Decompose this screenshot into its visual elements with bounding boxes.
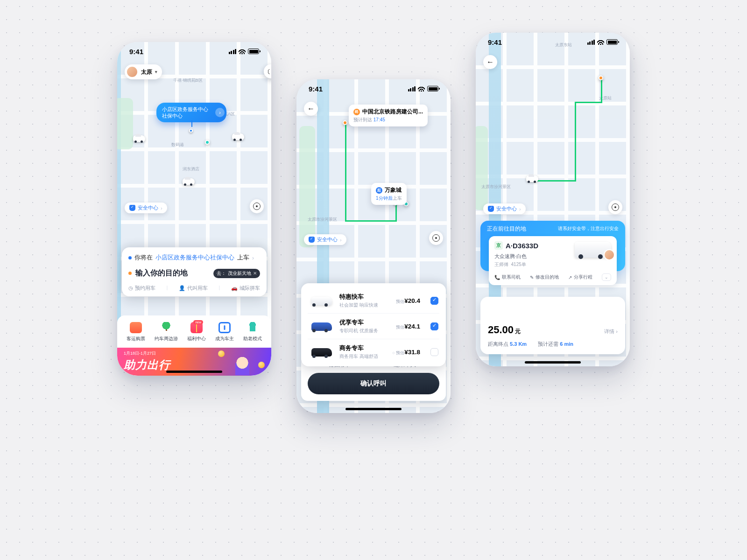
checkbox[interactable] [430,297,438,305]
pickup-prefix: 你将在 [134,254,153,262]
city-selector[interactable]: 太原 ▾ [125,64,162,79]
car-option-name: 优享专车 [339,318,378,327]
dest-dot-icon [128,272,132,275]
origin-callout[interactable]: 起万象城 1分钟后上车 [371,183,407,205]
map-car-marker [232,133,244,140]
action-more[interactable]: ⌄ [602,273,611,281]
plate-province: 京 [494,241,503,250]
origin-dot-icon [128,256,132,259]
trip-status-hint: 请系好安全带，注意出行安全 [558,225,619,232]
chevron-right-icon: › [161,205,162,211]
avatar[interactable] [126,66,138,78]
destination-placeholder: 输入你的目的地 [135,268,188,278]
confirm-button[interactable]: 确认呼叫 [308,373,439,394]
car-option[interactable]: 特惠快车社会加盟 响应快速 预估¥20.4 [308,288,439,313]
menu-bus-ticket[interactable]: 客运购票 [127,322,145,342]
close-icon[interactable]: ✕ [253,271,257,276]
search-sheet: 你将在 小店区政务服务中心社保中心 上车 › 输入你的目的地 去： 茂业新天地 … [122,247,267,296]
dest-pin [343,120,347,125]
map-label: 太原市汾河景区 [308,217,337,223]
screen-in-trip: 太原东站 太原站 太原市汾河景区 9:41 ← 安全中心› 25.00元 详情 … [476,33,630,366]
safety-center-pill[interactable]: 安全中心› [483,203,526,214]
fare-detail-link[interactable]: 详情 › [604,328,618,335]
remaining-distance: 5.3 Km [510,341,527,347]
locate-button[interactable] [429,231,443,245]
origin-name: 万象城 [385,186,402,194]
home-indicator [166,371,222,373]
shield-icon [309,237,315,243]
map-park [117,98,133,149]
signal-icon [229,49,237,54]
map-car-marker [133,135,145,142]
status-bar: 9:41 [296,79,451,98]
dest-pin [599,76,603,80]
wifi-icon [597,40,604,45]
bottom-menu: 客运购票 约车周边游 new福利中心 成为车主 助老模式 1月18日-1月27日… [117,315,271,376]
safety-label: 安全中心 [138,204,158,211]
quick-callfor[interactable]: 👤 代叫用车 [179,285,208,292]
car-option-price: ¥24.1 [404,323,420,330]
pickup-bubble[interactable]: 小店区政务服务中心社保中心 › [156,103,226,122]
menu-elder[interactable]: 助老模式 [243,322,262,342]
destination-callout[interactable]: 终中国北京铁路房建公司... 预计到达 17:45 [349,105,428,126]
map-label: 数码港 [171,142,184,148]
plate-number: A·D3633D [506,242,538,250]
driver-card: 京 A·D3633D 大众速腾·白色 王师傅 4125单 📞 联系司机 ✎ 修改… [489,236,617,285]
driver-avatar[interactable] [604,249,615,260]
promo-illustration [231,356,254,376]
driver-orders: 4125单 [511,262,526,267]
battery-icon [606,39,618,45]
trip-status-header: 正在前往目的地 请系好安全带，注意出行安全 京 A·D3633D 大众速腾·白色… [480,221,625,271]
destination-suggestion-chip[interactable]: 去： 茂业新天地 ✕ [213,269,260,278]
map-label: 太原市汾河景区 [481,184,511,190]
pickup-row[interactable]: 你将在 小店区政务服务中心社保中心 上车 › [128,254,260,262]
car-option-desc: 商务用车 高端舒适 [339,354,378,360]
promo-date: 1月18日-1月27日 [124,350,265,357]
action-call-driver[interactable]: 📞 联系司机 [494,274,521,280]
driver-name: 王师傅 [494,262,508,267]
quick-intercity[interactable]: 🚗 城际拼车 [231,285,260,292]
map-car-marker [183,178,195,185]
menu-tour[interactable]: 约车周边游 [155,322,178,342]
status-bar: 9:41 [476,33,630,51]
chevron-right-icon: › [519,206,521,212]
locate-button[interactable] [250,199,264,213]
car-option[interactable]: 优享专车专职司机 优质服务 预估¥24.1 [308,313,439,339]
menu-welfare[interactable]: new福利中心 [187,322,206,342]
signal-icon [587,40,595,45]
destination-input[interactable]: 输入你的目的地 去： 茂业新天地 ✕ [128,268,260,278]
car-thumb [309,320,334,333]
badge: new [193,320,203,324]
action-share-trip[interactable]: ↗ 分享行程 [568,274,592,280]
map-label: 润东酒店 [183,166,199,172]
safety-center-pill[interactable]: 安全中心 › [125,203,167,213]
signal-icon [408,86,416,91]
battery-icon [427,86,438,91]
action-edit-dest[interactable]: ✎ 修改目的地 [530,274,559,280]
screen-home: 千禧·锦绣苑B区 锦绣苑A区 数码港 润东酒店 9:41 太原 ▾ ☺ ⟮ ⟯ … [117,42,271,376]
wheel-icon [218,322,231,333]
map-park [476,126,488,210]
back-button[interactable]: ← [304,102,318,116]
checkbox[interactable] [430,322,438,330]
locate-button[interactable] [608,200,622,214]
status-bar: 9:41 [117,42,271,61]
back-button[interactable]: ← [483,55,497,69]
map-label: 千禧·锦绣苑B区 [173,77,203,84]
checkbox[interactable] [430,348,438,356]
status-time: 9:41 [488,38,502,46]
pickup-pin [189,129,193,133]
safety-center-pill[interactable]: 安全中心› [304,234,346,245]
car-illustration [572,239,613,259]
map-park [299,126,315,247]
quick-reserve[interactable]: ◷ 预约用车 [128,285,155,292]
city-name: 太原 [141,68,152,76]
car-option[interactable]: 商务专车商务用车 高端舒适 ○ 预估¥31.8 [308,339,439,364]
car-option-price: ¥20.4 [404,297,420,304]
end-badge-icon: 终 [353,109,360,115]
status-time: 9:41 [129,48,143,56]
car-option-desc: 专职司机 优质服务 [339,328,378,334]
menu-become-driver[interactable]: 成为车主 [215,322,234,342]
home-indicator [345,408,402,410]
fare-unit: 元 [515,328,521,335]
